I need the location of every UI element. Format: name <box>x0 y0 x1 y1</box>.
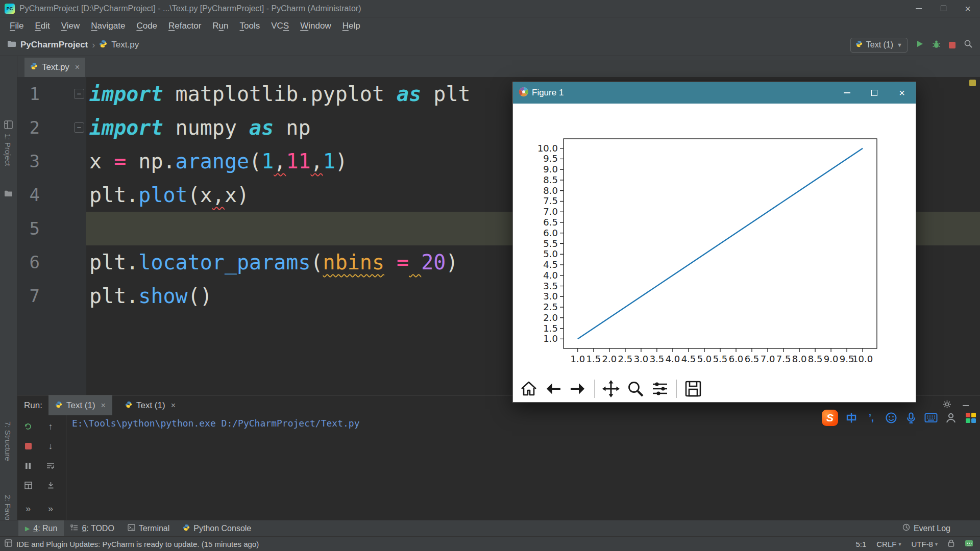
toolwindow-python-console-button[interactable]: Python Console <box>176 520 258 536</box>
tool-window-icon[interactable] <box>4 120 13 131</box>
voice-input-icon[interactable] <box>904 411 918 424</box>
line-ending-widget[interactable]: CRLF▾ <box>876 540 901 548</box>
down-stack-icon[interactable]: ↓ <box>45 440 56 452</box>
tab-close-icon[interactable]: × <box>75 63 80 72</box>
line-number[interactable]: 1 <box>17 84 40 104</box>
line-number[interactable]: 5 <box>17 218 40 239</box>
more-actions-icon[interactable]: » <box>45 503 56 514</box>
menu-run[interactable]: Run <box>207 21 234 31</box>
toolwindow-terminal-button[interactable]: Terminal <box>121 520 176 536</box>
tab-close-icon[interactable]: × <box>171 401 176 410</box>
menu-view[interactable]: View <box>56 21 86 31</box>
zoom-icon[interactable] <box>625 378 646 399</box>
matplotlib-icon <box>519 87 529 99</box>
quick-access-icon[interactable] <box>5 539 12 548</box>
stripe-folder-icon[interactable] <box>4 190 13 199</box>
toolbox-icon[interactable] <box>964 411 977 424</box>
pan-icon[interactable] <box>600 378 622 399</box>
sidebar-item-structure[interactable]: 7: Structure <box>4 421 12 461</box>
ime-indicator-icon[interactable] <box>965 540 973 548</box>
status-message[interactable]: IDE and Plugin Updates: PyCharm is ready… <box>16 540 259 548</box>
menu-tools[interactable]: Tools <box>234 21 266 31</box>
search-everywhere-icon[interactable] <box>964 39 973 51</box>
inspections-indicator[interactable] <box>969 80 976 86</box>
back-icon[interactable] <box>543 378 564 399</box>
stop-button[interactable] <box>949 42 955 48</box>
figure-title-bar[interactable]: Figure 1 × <box>513 82 916 104</box>
readonly-lock-icon[interactable] <box>948 539 954 548</box>
chevron-down-icon: ▼ <box>897 42 902 48</box>
sidebar-item-project[interactable]: 1: Project <box>4 134 12 166</box>
svg-text:3.5: 3.5 <box>543 281 558 291</box>
svg-text:4.0: 4.0 <box>666 354 680 364</box>
minimize-button[interactable] <box>906 0 931 17</box>
punctuation-icon[interactable]: ’, <box>865 411 878 424</box>
line-number[interactable]: 2 <box>17 117 40 138</box>
breadcrumb-file[interactable]: Text.py <box>111 40 139 50</box>
title-bar: PC PyCharmProject [D:\PyCharmProject] - … <box>0 0 980 17</box>
run-button[interactable] <box>916 40 924 50</box>
toolbar-separator <box>676 380 677 398</box>
account-icon[interactable] <box>944 411 958 424</box>
breadcrumb-separator: › <box>92 40 95 51</box>
figure-close-button[interactable]: × <box>888 82 916 104</box>
line-number[interactable]: 6 <box>17 252 40 272</box>
save-icon[interactable] <box>682 378 704 399</box>
line-number[interactable]: 7 <box>17 286 40 306</box>
run-console[interactable]: ↑ ↓ » » E:\Tools\python\python.exe D:/Py… <box>17 415 980 520</box>
chinese-mode-icon[interactable] <box>845 411 858 424</box>
more-actions-icon[interactable]: » <box>22 503 34 514</box>
sogou-logo[interactable]: S <box>822 410 838 426</box>
menu-edit[interactable]: Edit <box>29 21 55 31</box>
rerun-icon[interactable] <box>22 421 34 432</box>
restore-button[interactable] <box>931 0 955 17</box>
event-log-button[interactable]: Event Log <box>902 523 950 533</box>
menu-code[interactable]: Code <box>131 21 163 31</box>
svg-text:6.0: 6.0 <box>543 228 558 238</box>
menu-vcs[interactable]: VCS <box>265 21 295 31</box>
menu-window[interactable]: Window <box>295 21 336 31</box>
menu-navigate[interactable]: Navigate <box>85 21 131 31</box>
close-button[interactable]: × <box>955 0 980 17</box>
console-divider <box>66 415 67 520</box>
caret-position-widget[interactable]: 5:1 <box>855 540 866 548</box>
fold-marker-icon[interactable]: − <box>74 89 84 99</box>
menu-help[interactable]: Help <box>337 21 366 31</box>
toolwindow-run-button[interactable]: ▶ 4: Run <box>18 520 64 536</box>
console-command-line[interactable]: E:\Tools\python\python.exe D:/PyCharmPro… <box>72 418 360 429</box>
figure-window[interactable]: Figure 1 × 1.01.52.02.53.03.54.04.55.05.… <box>512 82 916 403</box>
debug-button[interactable] <box>932 40 941 51</box>
line-number[interactable]: 3 <box>17 151 40 171</box>
fold-marker-icon[interactable]: − <box>74 122 84 133</box>
run-tab-2[interactable]: Text (1) × <box>118 395 182 416</box>
pause-icon[interactable] <box>22 460 34 471</box>
forward-icon[interactable] <box>567 378 589 399</box>
run-tab-1[interactable]: Text (1) × <box>48 395 112 416</box>
keyboard-icon[interactable] <box>924 411 938 424</box>
restore-layout-icon[interactable] <box>22 480 34 491</box>
up-stack-icon[interactable]: ↑ <box>45 421 56 432</box>
home-icon[interactable] <box>518 378 540 399</box>
breadcrumb-project[interactable]: PyCharmProject <box>20 40 88 50</box>
menu-file[interactable]: File <box>4 21 29 31</box>
svg-text:10.0: 10.0 <box>537 143 558 154</box>
svg-text:5.0: 5.0 <box>697 354 712 364</box>
subplot-settings-icon[interactable] <box>649 378 671 399</box>
figure-maximize-button[interactable] <box>861 82 888 104</box>
editor-tab-textpy[interactable]: Text.py × <box>24 58 85 77</box>
encoding-widget[interactable]: UTF-8▾ <box>911 540 938 548</box>
line-number[interactable]: 4 <box>17 185 40 205</box>
figure-toolbar <box>518 377 704 400</box>
emoji-icon[interactable] <box>885 411 898 424</box>
svg-text:2.0: 2.0 <box>543 312 558 323</box>
stop-icon[interactable] <box>22 440 34 452</box>
code-text: import numpy as np <box>89 116 311 139</box>
toolwindow-todo-button[interactable]: 6: TODO <box>64 520 120 536</box>
hide-panel-icon[interactable] <box>963 405 969 406</box>
tab-close-icon[interactable]: × <box>101 401 106 410</box>
soft-wrap-icon[interactable] <box>45 460 56 471</box>
figure-minimize-button[interactable] <box>833 82 861 104</box>
menu-refactor[interactable]: Refactor <box>163 21 207 31</box>
scroll-to-end-icon[interactable] <box>45 480 56 491</box>
run-configuration-select[interactable]: Text (1) ▼ <box>850 38 908 53</box>
